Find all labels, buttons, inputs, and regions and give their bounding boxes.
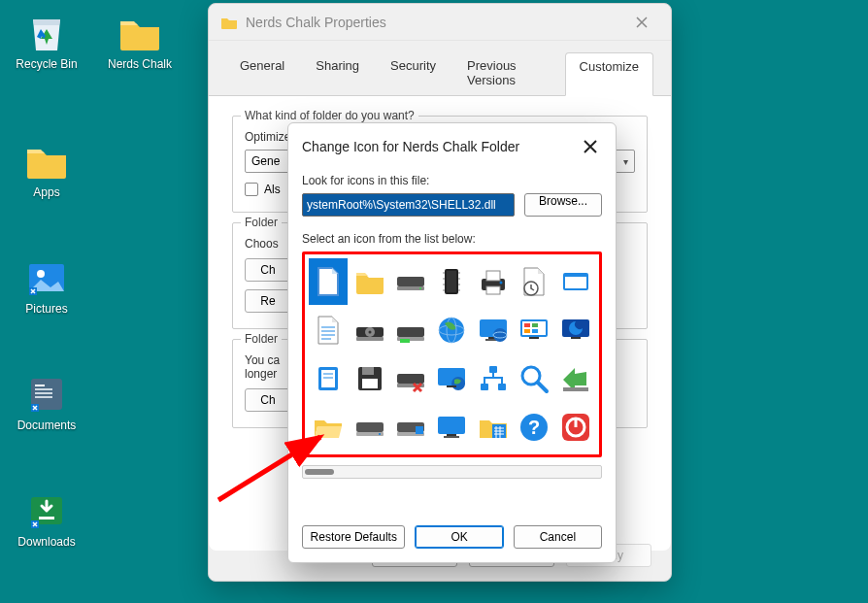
group-legend: Folder xyxy=(241,216,282,229)
drive2-icon[interactable] xyxy=(350,404,388,451)
floppy-icon[interactable] xyxy=(350,355,388,402)
desktop-icon-apps[interactable]: Apps xyxy=(8,138,85,199)
globe-icon[interactable] xyxy=(432,307,471,353)
svg-rect-26 xyxy=(486,271,500,281)
tabs: General Sharing Security Previous Versio… xyxy=(209,41,671,96)
schedule-file-icon[interactable] xyxy=(515,258,553,305)
svg-rect-39 xyxy=(356,337,384,341)
svg-rect-6 xyxy=(35,392,52,394)
svg-rect-61 xyxy=(321,370,335,387)
dialog-title: Change Icon for Nerds Chalk Folder xyxy=(302,139,579,154)
group-legend: Folder xyxy=(241,332,282,346)
blue-doc-icon[interactable] xyxy=(309,355,348,402)
drive-icon[interactable] xyxy=(391,258,430,305)
svg-rect-66 xyxy=(362,379,378,388)
screensaver-icon[interactable] xyxy=(556,307,595,353)
desktop-icon-label: Documents xyxy=(17,419,77,432)
svg-rect-56 xyxy=(532,329,538,333)
titlebar: Nerds Chalk Properties xyxy=(209,4,671,41)
group-legend: What kind of folder do you want? xyxy=(241,109,418,122)
restore-defaults-button[interactable]: Restore Defaults xyxy=(302,525,405,549)
svg-rect-71 xyxy=(447,385,456,387)
svg-rect-85 xyxy=(447,434,456,436)
recycle-bin-icon xyxy=(23,10,70,56)
svg-rect-27 xyxy=(486,286,500,294)
scrollbar-thumb[interactable] xyxy=(305,469,334,475)
blank-file-icon[interactable] xyxy=(309,258,348,305)
ok-button[interactable]: OK xyxy=(415,525,503,549)
close-button[interactable] xyxy=(624,9,659,36)
svg-rect-83 xyxy=(416,426,423,434)
restore-default-button[interactable]: Re xyxy=(245,289,291,313)
icon-path-input[interactable]: ystemRoot%\System32\SHELL32.dll xyxy=(302,193,515,217)
drive-x-icon[interactable] xyxy=(391,355,430,402)
desktop-icon-label: Recycle Bin xyxy=(16,58,77,71)
magnifier-icon[interactable] xyxy=(515,355,553,402)
tab-customize[interactable]: Customize xyxy=(565,52,653,96)
tab-general[interactable]: General xyxy=(226,52,298,95)
svg-point-80 xyxy=(379,433,381,435)
browse-button[interactable]: Browse... xyxy=(524,193,602,217)
checkbox-box xyxy=(245,183,258,196)
window-icon[interactable] xyxy=(556,258,595,305)
text-file-icon[interactable] xyxy=(309,307,348,353)
calendar-folder-icon[interactable] xyxy=(474,404,513,451)
desktop-icon-documents[interactable]: Documents xyxy=(8,371,85,432)
svg-rect-67 xyxy=(397,374,424,384)
icon-list-scrollbar[interactable] xyxy=(302,465,602,479)
green-arrow-icon[interactable] xyxy=(556,355,595,402)
svg-rect-73 xyxy=(481,384,488,390)
network-monitor-icon[interactable] xyxy=(432,355,471,402)
change-icon-dialog: Change Icon for Nerds Chalk Folder Look … xyxy=(287,122,617,563)
svg-point-43 xyxy=(439,318,464,343)
help-icon[interactable]: ? xyxy=(515,404,553,451)
svg-rect-5 xyxy=(35,388,52,390)
downloads-icon xyxy=(23,487,70,534)
settings-monitor-icon[interactable] xyxy=(515,307,553,353)
tab-security[interactable]: Security xyxy=(377,52,450,95)
svg-rect-4 xyxy=(35,385,45,386)
blue-monitor-icon[interactable] xyxy=(432,404,471,451)
svg-rect-55 xyxy=(524,329,530,333)
svg-point-28 xyxy=(499,282,502,285)
folder-icon xyxy=(23,138,70,184)
svg-rect-74 xyxy=(498,384,506,390)
dvd-drive-icon[interactable] xyxy=(350,307,388,353)
pictures-icon xyxy=(23,254,70,301)
folder-icon xyxy=(220,14,238,31)
monitor-globe-icon[interactable] xyxy=(474,307,513,353)
svg-rect-12 xyxy=(397,277,424,286)
documents-icon xyxy=(23,371,70,418)
svg-rect-54 xyxy=(532,323,538,327)
desktop-icon-label: Apps xyxy=(33,186,59,199)
desktop-icon-recycle-bin[interactable]: Recycle Bin xyxy=(8,10,85,71)
printer-icon[interactable] xyxy=(474,258,513,305)
folder-open-icon[interactable] xyxy=(309,404,348,451)
choose-file-button[interactable]: Ch xyxy=(245,258,291,282)
window-title: Nerds Chalk Properties xyxy=(246,15,624,30)
drive-green-icon[interactable] xyxy=(391,307,430,353)
svg-rect-53 xyxy=(524,323,530,327)
svg-point-38 xyxy=(368,331,371,334)
folder-icon xyxy=(117,10,163,56)
svg-rect-40 xyxy=(397,327,424,337)
svg-rect-31 xyxy=(565,277,586,288)
change-icon-button[interactable]: Ch xyxy=(245,388,291,412)
svg-rect-72 xyxy=(489,366,497,373)
svg-rect-7 xyxy=(35,396,52,398)
close-button[interactable] xyxy=(579,135,602,158)
tab-sharing[interactable]: Sharing xyxy=(302,52,373,95)
cancel-button[interactable]: Cancel xyxy=(514,525,602,549)
svg-point-1 xyxy=(37,270,45,278)
drive-blue-icon[interactable] xyxy=(391,404,430,451)
power-icon[interactable] xyxy=(556,404,595,451)
folder-icon[interactable] xyxy=(350,258,388,305)
network-icon[interactable] xyxy=(474,355,513,402)
desktop-icon-pictures[interactable]: Pictures xyxy=(8,254,85,316)
select-value: Gene xyxy=(251,154,280,168)
desktop-icon-downloads[interactable]: Downloads xyxy=(8,487,85,549)
desktop-icon-nerds-chalk[interactable]: Nerds Chalk xyxy=(101,10,179,71)
chip-icon[interactable] xyxy=(432,258,471,305)
tab-previous-versions[interactable]: Previous Versions xyxy=(453,52,561,95)
svg-rect-42 xyxy=(400,339,410,343)
